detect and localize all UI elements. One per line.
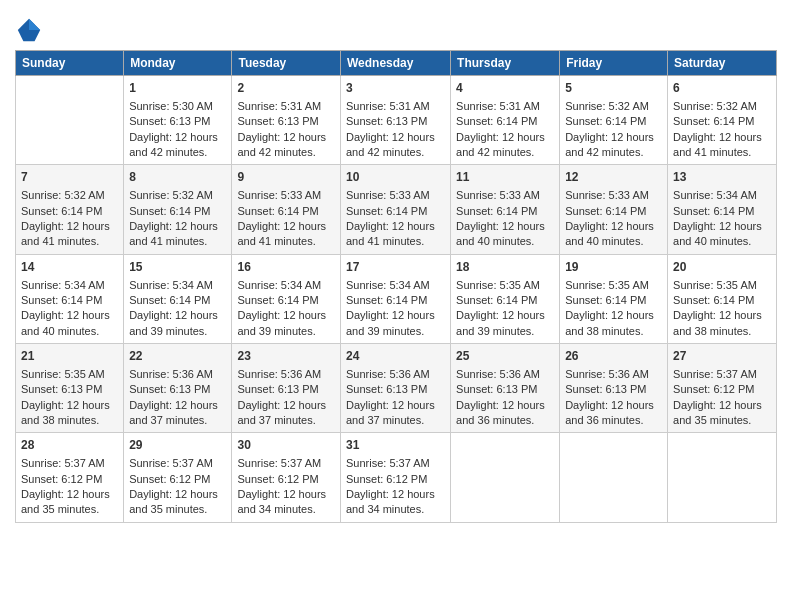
sunrise-text: Sunrise: 5:32 AM: [129, 189, 213, 201]
daylight-minutes: and 40 minutes.: [565, 235, 643, 247]
calendar-cell: 8Sunrise: 5:32 AMSunset: 6:14 PMDaylight…: [124, 165, 232, 254]
day-number: 14: [21, 259, 118, 276]
daylight-text: Daylight: 12 hours: [346, 488, 435, 500]
sunrise-text: Sunrise: 5:37 AM: [673, 368, 757, 380]
calendar-cell: 14Sunrise: 5:34 AMSunset: 6:14 PMDayligh…: [16, 254, 124, 343]
calendar-cell: 28Sunrise: 5:37 AMSunset: 6:12 PMDayligh…: [16, 433, 124, 522]
calendar-cell: 20Sunrise: 5:35 AMSunset: 6:14 PMDayligh…: [668, 254, 777, 343]
day-number: 1: [129, 80, 226, 97]
daylight-minutes: and 40 minutes.: [456, 235, 534, 247]
day-number: 22: [129, 348, 226, 365]
daylight-text: Daylight: 12 hours: [237, 309, 326, 321]
calendar-cell: 2Sunrise: 5:31 AMSunset: 6:13 PMDaylight…: [232, 76, 341, 165]
daylight-text: Daylight: 12 hours: [129, 399, 218, 411]
daylight-minutes: and 40 minutes.: [21, 325, 99, 337]
sunset-text: Sunset: 6:13 PM: [21, 383, 102, 395]
day-number: 9: [237, 169, 335, 186]
daylight-minutes: and 39 minutes.: [129, 325, 207, 337]
sunset-text: Sunset: 6:14 PM: [456, 115, 537, 127]
header-cell-thursday: Thursday: [451, 51, 560, 76]
daylight-text: Daylight: 12 hours: [129, 488, 218, 500]
day-number: 11: [456, 169, 554, 186]
daylight-minutes: and 38 minutes.: [21, 414, 99, 426]
sunrise-text: Sunrise: 5:32 AM: [21, 189, 105, 201]
header-cell-friday: Friday: [560, 51, 668, 76]
calendar-cell: 4Sunrise: 5:31 AMSunset: 6:14 PMDaylight…: [451, 76, 560, 165]
sunset-text: Sunset: 6:14 PM: [673, 115, 754, 127]
daylight-text: Daylight: 12 hours: [673, 220, 762, 232]
daylight-text: Daylight: 12 hours: [21, 309, 110, 321]
day-number: 13: [673, 169, 771, 186]
daylight-text: Daylight: 12 hours: [346, 309, 435, 321]
sunset-text: Sunset: 6:14 PM: [21, 205, 102, 217]
calendar-cell: 7Sunrise: 5:32 AMSunset: 6:14 PMDaylight…: [16, 165, 124, 254]
daylight-text: Daylight: 12 hours: [237, 131, 326, 143]
daylight-minutes: and 39 minutes.: [237, 325, 315, 337]
calendar-cell: 3Sunrise: 5:31 AMSunset: 6:13 PMDaylight…: [340, 76, 450, 165]
calendar-cell: 13Sunrise: 5:34 AMSunset: 6:14 PMDayligh…: [668, 165, 777, 254]
sunset-text: Sunset: 6:13 PM: [346, 383, 427, 395]
day-number: 28: [21, 437, 118, 454]
sunrise-text: Sunrise: 5:31 AM: [237, 100, 321, 112]
calendar-cell: 9Sunrise: 5:33 AMSunset: 6:14 PMDaylight…: [232, 165, 341, 254]
header-cell-sunday: Sunday: [16, 51, 124, 76]
sunset-text: Sunset: 6:14 PM: [346, 294, 427, 306]
week-row-0: 1Sunrise: 5:30 AMSunset: 6:13 PMDaylight…: [16, 76, 777, 165]
sunrise-text: Sunrise: 5:33 AM: [237, 189, 321, 201]
daylight-text: Daylight: 12 hours: [565, 309, 654, 321]
sunrise-text: Sunrise: 5:37 AM: [21, 457, 105, 469]
sunset-text: Sunset: 6:12 PM: [346, 473, 427, 485]
daylight-minutes: and 37 minutes.: [129, 414, 207, 426]
svg-marker-1: [29, 19, 40, 30]
calendar-cell: 12Sunrise: 5:33 AMSunset: 6:14 PMDayligh…: [560, 165, 668, 254]
sunrise-text: Sunrise: 5:36 AM: [237, 368, 321, 380]
sunset-text: Sunset: 6:12 PM: [673, 383, 754, 395]
day-number: 18: [456, 259, 554, 276]
calendar-cell: 23Sunrise: 5:36 AMSunset: 6:13 PMDayligh…: [232, 344, 341, 433]
calendar-cell: 21Sunrise: 5:35 AMSunset: 6:13 PMDayligh…: [16, 344, 124, 433]
daylight-text: Daylight: 12 hours: [456, 399, 545, 411]
daylight-minutes: and 36 minutes.: [565, 414, 643, 426]
daylight-text: Daylight: 12 hours: [346, 399, 435, 411]
sunrise-text: Sunrise: 5:34 AM: [129, 279, 213, 291]
sunrise-text: Sunrise: 5:33 AM: [565, 189, 649, 201]
daylight-minutes: and 41 minutes.: [21, 235, 99, 247]
sunrise-text: Sunrise: 5:37 AM: [237, 457, 321, 469]
day-number: 16: [237, 259, 335, 276]
day-number: 27: [673, 348, 771, 365]
sunset-text: Sunset: 6:12 PM: [21, 473, 102, 485]
sunrise-text: Sunrise: 5:35 AM: [565, 279, 649, 291]
calendar-cell: 31Sunrise: 5:37 AMSunset: 6:12 PMDayligh…: [340, 433, 450, 522]
day-number: 25: [456, 348, 554, 365]
sunrise-text: Sunrise: 5:36 AM: [456, 368, 540, 380]
day-number: 2: [237, 80, 335, 97]
daylight-text: Daylight: 12 hours: [673, 131, 762, 143]
daylight-minutes: and 42 minutes.: [237, 146, 315, 158]
daylight-text: Daylight: 12 hours: [21, 220, 110, 232]
daylight-minutes: and 41 minutes.: [346, 235, 424, 247]
calendar-cell: [668, 433, 777, 522]
sunset-text: Sunset: 6:14 PM: [565, 115, 646, 127]
calendar-header: SundayMondayTuesdayWednesdayThursdayFrid…: [16, 51, 777, 76]
sunset-text: Sunset: 6:14 PM: [673, 294, 754, 306]
logo: [15, 16, 47, 44]
daylight-minutes: and 34 minutes.: [346, 503, 424, 515]
sunset-text: Sunset: 6:14 PM: [456, 294, 537, 306]
daylight-text: Daylight: 12 hours: [456, 131, 545, 143]
daylight-text: Daylight: 12 hours: [456, 220, 545, 232]
calendar-cell: [16, 76, 124, 165]
daylight-text: Daylight: 12 hours: [456, 309, 545, 321]
daylight-text: Daylight: 12 hours: [565, 220, 654, 232]
calendar-cell: 29Sunrise: 5:37 AMSunset: 6:12 PMDayligh…: [124, 433, 232, 522]
sunrise-text: Sunrise: 5:34 AM: [673, 189, 757, 201]
sunset-text: Sunset: 6:14 PM: [129, 205, 210, 217]
daylight-text: Daylight: 12 hours: [346, 220, 435, 232]
calendar-cell: 19Sunrise: 5:35 AMSunset: 6:14 PMDayligh…: [560, 254, 668, 343]
day-number: 30: [237, 437, 335, 454]
sunset-text: Sunset: 6:14 PM: [129, 294, 210, 306]
sunrise-text: Sunrise: 5:30 AM: [129, 100, 213, 112]
sunrise-text: Sunrise: 5:35 AM: [456, 279, 540, 291]
daylight-minutes: and 40 minutes.: [673, 235, 751, 247]
sunrise-text: Sunrise: 5:32 AM: [565, 100, 649, 112]
sunrise-text: Sunrise: 5:37 AM: [346, 457, 430, 469]
